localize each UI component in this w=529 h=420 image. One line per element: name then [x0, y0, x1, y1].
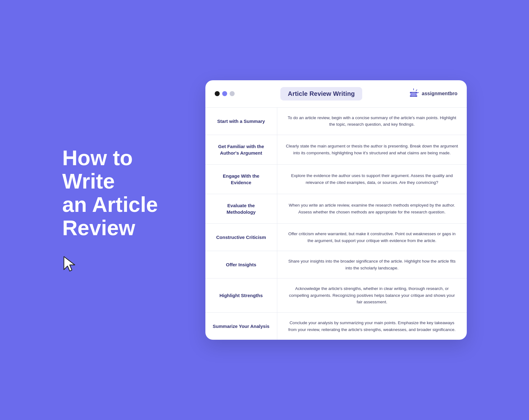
left-section: How to Write an Article Review	[62, 146, 180, 273]
steps-table: Start with a SummaryTo do an article rev…	[205, 108, 467, 340]
window-dots	[215, 91, 235, 96]
step-title-3: Engage With the Evidence	[205, 164, 277, 194]
table-row: Highlight StrengthsAcknowledge the artic…	[205, 278, 467, 313]
window-dot-1	[215, 91, 220, 96]
table-row: Summarize Your AnalysisConclude your ana…	[205, 313, 467, 340]
card-header: Article Review Writing	[205, 80, 467, 108]
step-desc-8: Conclude your analysis by summarizing yo…	[277, 313, 467, 340]
step-desc-1: To do an article review, begin with a co…	[277, 108, 467, 135]
svg-marker-0	[64, 256, 75, 271]
step-desc-4: When you write an article review, examin…	[277, 194, 467, 223]
main-title: How to Write an Article Review	[62, 146, 180, 239]
table-row: Engage With the EvidenceExplore the evid…	[205, 164, 467, 194]
step-title-2: Get Familiar with the Author's Argument	[205, 135, 277, 164]
step-desc-5: Offer criticism where warranted, but mak…	[277, 223, 467, 251]
step-desc-7: Acknowledge the article's strengths, whe…	[277, 278, 467, 313]
brand-name: assignmentbro	[422, 91, 457, 96]
table-row: Offer InsightsShare your insights into t…	[205, 251, 467, 278]
svg-line-3	[417, 93, 419, 93]
table-row: Start with a SummaryTo do an article rev…	[205, 108, 467, 135]
step-title-8: Summarize Your Analysis	[205, 313, 277, 340]
step-desc-2: Clearly state the main argument or thesi…	[277, 135, 467, 164]
window-dot-2	[222, 91, 227, 96]
window-dot-3	[230, 91, 235, 96]
step-desc-3: Explore the evidence the author uses to …	[277, 164, 467, 194]
brand-logo: assignmentbro	[408, 88, 457, 99]
main-card: Article Review Writing	[205, 80, 467, 340]
table-row: Get Familiar with the Author's ArgumentC…	[205, 135, 467, 164]
cursor-icon	[62, 255, 77, 273]
table-row: Evaluate the MethodologyWhen you write a…	[205, 194, 467, 223]
table-row: Constructive CriticismOffer criticism wh…	[205, 223, 467, 251]
step-title-7: Highlight Strengths	[205, 278, 277, 313]
step-desc-6: Share your insights into the broader sig…	[277, 251, 467, 278]
svg-line-2	[416, 90, 417, 91]
step-title-6: Offer Insights	[205, 251, 277, 278]
card-title: Article Review Writing	[280, 87, 362, 100]
step-title-4: Evaluate the Methodology	[205, 194, 277, 223]
step-title-1: Start with a Summary	[205, 108, 277, 135]
step-title-5: Constructive Criticism	[205, 223, 277, 251]
brand-icon	[408, 88, 419, 99]
